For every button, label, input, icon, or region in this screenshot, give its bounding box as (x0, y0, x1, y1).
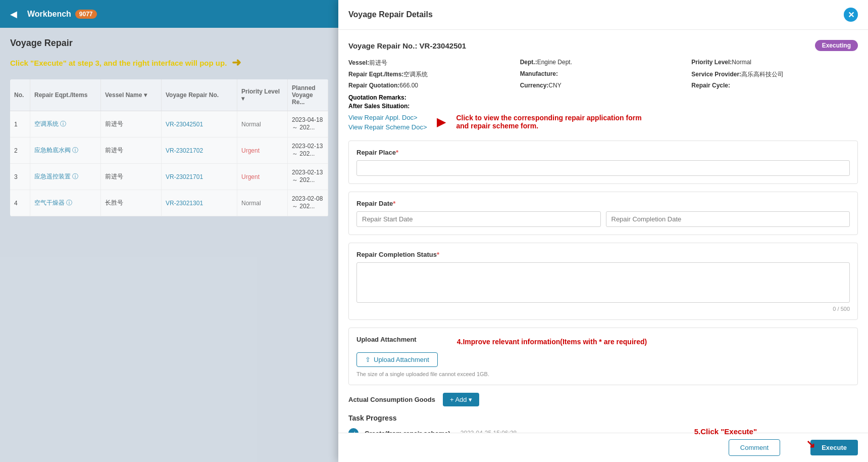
cell-eqpt: 空气干燥器 ⓘ (30, 190, 101, 216)
cell-priority: Urgent (237, 137, 288, 163)
red-arrow-icon: ▶ (437, 115, 446, 129)
cell-planned: 2023-02-08 ～ 202... (288, 190, 328, 216)
view-appl-doc-link[interactable]: View Repair Appl. Doc> (348, 114, 427, 121)
repair-no-text: Voyage Repair No.: VR-23042501 (348, 41, 466, 50)
click-view-annotation: Click to view the corresponding repair a… (456, 114, 641, 130)
upload-section: Upload Attachment 4.Improve relevant inf… (348, 328, 858, 385)
repair-cycle-field: Repair Cycle: (691, 82, 858, 89)
completion-status-label: Repair Completion Status* (356, 251, 850, 258)
consumption-label: Actual Consumption Goods (348, 396, 435, 403)
repair-start-date-input[interactable] (356, 211, 601, 227)
footer-inner: 5.Click "Execute" ↘ Comment Execute (348, 439, 858, 456)
cell-no: 2 (10, 137, 30, 163)
upload-hint: The size of a single uploaded file canno… (356, 371, 850, 377)
cell-priority: Urgent (237, 164, 288, 190)
workbench-badge: 9077 (75, 10, 97, 19)
col-no: No. (10, 79, 30, 111)
textarea-wrap: 0 / 500 (356, 262, 850, 312)
instruction-text: Click "Execute" at step 3, and the right… (10, 59, 227, 67)
cell-repair-no: VR-23021702 (162, 137, 237, 163)
step5-annotation: 5.Click "Execute" (694, 427, 757, 436)
dept-field: Dept.:Engine Dept. (520, 59, 687, 67)
step5-arrow-icon: ↘ (806, 438, 815, 451)
modal-panel: Voyage Repair Details ✕ Voyage Repair No… (338, 0, 868, 462)
arrow-right-icon: ➜ (232, 56, 241, 69)
step4-annotation: 4.Improve relevant information(Items wit… (457, 338, 647, 346)
quotation-remarks-label: Quotation Remarks: (348, 94, 858, 101)
upload-icon: ⇧ (365, 356, 371, 363)
cell-eqpt: 应急遥控装置 ⓘ (30, 164, 101, 190)
info-grid: Vessel:前进号 Dept.:Engine Dept. Priority L… (348, 59, 858, 89)
table-row[interactable]: 4 空气干燥器 ⓘ 长胜号 VR-23021301 Normal 2023-02… (10, 190, 328, 216)
cell-vessel: 前进号 (101, 111, 162, 137)
back-icon[interactable]: ◀ (10, 9, 17, 20)
task-check-icon: ✓ (348, 428, 359, 433)
table-row[interactable]: 3 应急遥控装置 ⓘ 前进号 VR-23021701 Urgent 2023-0… (10, 164, 328, 190)
completion-status-textarea[interactable] (356, 262, 850, 303)
doc-links-col: View Repair Appl. Doc> View Repair Schem… (348, 114, 427, 133)
cell-no: 4 (10, 190, 30, 216)
cell-no: 3 (10, 164, 30, 190)
repair-table: No. Repair Eqpt./Items Vessel Name ▾ Voy… (10, 79, 328, 216)
close-button[interactable]: ✕ (844, 8, 858, 22)
cell-planned: 2023-04-18 ～ 202... (288, 111, 328, 137)
repair-date-label: Repair Date* (356, 200, 850, 207)
cell-vessel: 前进号 (101, 164, 162, 190)
after-sales-label: After Sales Situation: (348, 103, 858, 110)
upload-label: Upload Attachment (356, 336, 417, 343)
repair-place-section: Repair Place* (348, 141, 858, 184)
cell-priority: Normal (237, 190, 288, 216)
repair-date-section: Repair Date* (348, 192, 858, 235)
cell-repair-no: VR-23021301 (162, 190, 237, 216)
add-consumption-button[interactable]: + Add ▾ (443, 393, 479, 406)
service-provider-field: Service Provider:高乐高科技公司 (691, 70, 858, 79)
currency-field: Currency:CNY (520, 82, 687, 89)
cell-no: 1 (10, 111, 30, 137)
table-row[interactable]: 1 空调系统 ⓘ 前进号 VR-23042501 Normal 2023-04-… (10, 111, 328, 137)
cell-eqpt: 应急舱底水阀 ⓘ (30, 137, 101, 163)
date-row (356, 211, 850, 227)
col-priority: Priority Level ▾ (237, 79, 288, 111)
char-count: 0 / 500 (356, 306, 850, 312)
col-eqpt: Repair Eqpt./Items (30, 79, 101, 111)
task-progress-section: Task Progress ✓ Create(from repair schem… (348, 414, 858, 433)
col-vessel: Vessel Name ▾ (101, 79, 162, 111)
quotation-field: Repair Quotation:666.00 (348, 82, 515, 89)
col-planned: Planned Voyage Re... (288, 79, 328, 111)
repair-place-input[interactable] (356, 160, 850, 176)
cell-priority: Normal (237, 111, 288, 137)
col-repair-no: Voyage Repair No. (162, 79, 237, 111)
left-panel: Voyage Repair Click "Execute" at step 3,… (0, 28, 338, 462)
cell-planned: 2023-02-13 ～ 202... (288, 164, 328, 190)
doc-links-row: View Repair Appl. Doc> View Repair Schem… (348, 114, 858, 133)
page-title: Voyage Repair (10, 38, 328, 49)
repair-place-label: Repair Place* (356, 149, 850, 156)
cell-planned: 2023-02-13 ～ 202... (288, 137, 328, 163)
eqpt-field: Repair Eqpt./Items:空调系统 (348, 70, 515, 79)
modal-body: Voyage Repair No.: VR-23042501 Executing… (338, 30, 868, 433)
execute-button[interactable]: Execute (810, 440, 858, 455)
cell-repair-no: VR-23042501 (162, 111, 237, 137)
modal-header: Voyage Repair Details ✕ (338, 0, 868, 30)
table-row[interactable]: 2 应急舱底水阀 ⓘ 前进号 VR-23021702 Urgent 2023-0… (10, 137, 328, 164)
status-badge: Executing (815, 40, 858, 51)
consumption-section: Actual Consumption Goods + Add ▾ (348, 393, 858, 406)
app-title: Workbench (27, 10, 71, 19)
manufacture-field: Manufacture: (520, 70, 687, 79)
comment-button[interactable]: Comment (729, 439, 780, 456)
task-progress-title: Task Progress (348, 414, 858, 422)
cell-vessel: 长胜号 (101, 190, 162, 216)
task-item: ✓ Create(from repair scheme) 2023-04-25 … (348, 428, 858, 433)
modal-footer: 5.Click "Execute" ↘ Comment Execute (338, 433, 868, 462)
view-scheme-doc-link[interactable]: View Repair Scheme Doc> (348, 123, 427, 131)
upload-attachment-button[interactable]: ⇧ Upload Attachment (356, 352, 438, 367)
cell-repair-no: VR-23021701 (162, 164, 237, 190)
modal-title: Voyage Repair Details (348, 10, 433, 19)
priority-field: Priority Level:Normal (691, 59, 858, 67)
vessel-field: Vessel:前进号 (348, 59, 515, 67)
repair-end-date-input[interactable] (606, 211, 850, 227)
cell-eqpt: 空调系统 ⓘ (30, 111, 101, 137)
instruction-banner: Click "Execute" at step 3, and the right… (10, 56, 328, 69)
repair-no-row: Voyage Repair No.: VR-23042501 Executing (348, 40, 858, 51)
completion-status-section: Repair Completion Status* 0 / 500 (348, 243, 858, 320)
